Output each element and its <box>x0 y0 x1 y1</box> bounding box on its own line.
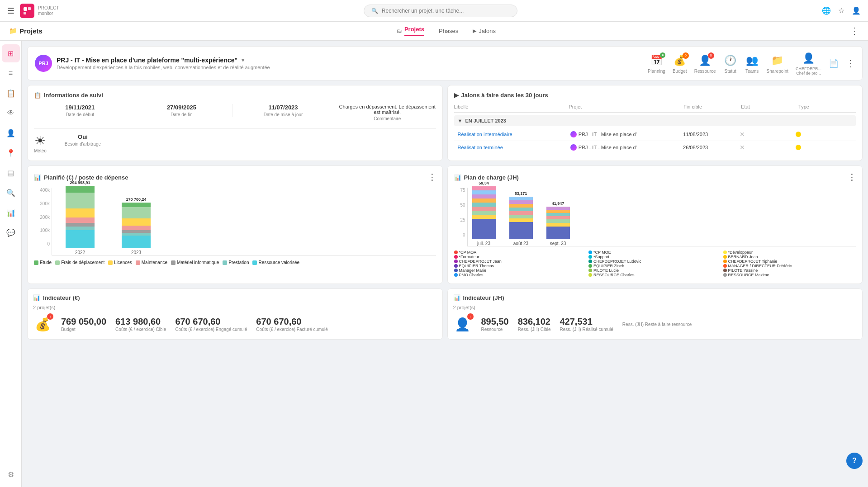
seg-frais-2022 <box>66 193 95 208</box>
card-indicateur-euro: 📊 Indicateur (€) 2 projet(s) 💰 ! 769 050… <box>27 288 443 340</box>
bar-2023: 170 700,24 2023 <box>122 197 151 255</box>
indicateur-euro-title: 📊 Indicateur (€) <box>33 294 437 301</box>
plan-seg-7-aug <box>509 200 533 204</box>
info-date-fin: 27/09/2025 Date de fin <box>136 104 233 117</box>
plan-seg-1-sep <box>546 227 570 239</box>
more-options-icon[interactable]: ⋮ <box>850 25 859 36</box>
kebab-menu-icon[interactable]: ⋮ <box>846 58 855 69</box>
sharepoint-label: Sharepoint <box>767 69 788 74</box>
search-icon: 🔍 <box>371 8 378 14</box>
tab-projets[interactable]: 🗂 Projets <box>390 22 431 41</box>
legend-materiel-dot <box>171 260 175 265</box>
sidebar-item-view[interactable]: 👁 <box>2 104 20 122</box>
plan-seg-9-jul <box>472 186 496 190</box>
sidebar-item-settings[interactable]: ⚙ <box>2 465 20 483</box>
star-icon[interactable]: ☆ <box>838 6 844 15</box>
jalon-fin-2: 26/08/2023 <box>683 145 740 150</box>
plan-charge-more-icon[interactable]: ⋮ <box>848 172 856 182</box>
budget-label: Budget <box>673 69 687 74</box>
sidebar-item-pin[interactable]: 📍 <box>2 144 20 162</box>
col-libelle: Libellé <box>454 104 569 109</box>
indicateur-euro-icon: 📊 <box>33 294 40 301</box>
jalon-etat-1[interactable]: ✕ <box>740 131 796 138</box>
plan-bar-sep-label: sept. 23 <box>550 241 566 246</box>
ress-val-group: 895,50 Ressource <box>481 317 509 332</box>
planifie-more-icon[interactable]: ⋮ <box>428 172 436 182</box>
card-info-suivi: 📋 Informations de suivi 19/11/2021 Date … <box>27 85 443 161</box>
indicateur-euro-values: 💰 ! 769 050,00 Budget 613 980,60 Coûts (… <box>33 315 437 334</box>
ress-cible-value: 836,102 <box>518 317 551 327</box>
legend-equipier-dot <box>454 264 458 268</box>
jalon-libelle-1[interactable]: Réalisation intermédiaire <box>458 132 570 137</box>
hamburger-menu[interactable]: ☰ <box>7 6 14 16</box>
planifie-y-axis: 400k 300k 200k 100k 0 <box>34 188 50 255</box>
jalons-icon: ▶ <box>454 92 459 99</box>
plan-seg-4-aug <box>509 211 533 215</box>
action-teams[interactable]: 👥 Teams <box>745 53 759 74</box>
plan-bar-jul: 59,34 <box>472 181 496 246</box>
plan-seg-2-aug <box>509 218 533 222</box>
seg-licences-2023 <box>122 218 151 226</box>
card-jalons: ▶ Jalons à faire dans les 30 jours Libel… <box>447 85 863 161</box>
plan-seg-5-jul <box>472 203 496 207</box>
col-fin-cible: Fin cible <box>683 104 741 109</box>
plan-y-50: 50 <box>460 203 465 208</box>
project-dropdown-arrow[interactable]: ▼ <box>240 57 246 63</box>
y-200k: 200k <box>40 215 50 220</box>
action-statut[interactable]: 🕐 Statut <box>723 53 738 74</box>
budget-indicator-badge: ! <box>47 313 53 320</box>
plan-bar-aug-stack <box>509 197 533 239</box>
chevron-down-icon[interactable]: ▼ <box>458 118 463 123</box>
action-ressource[interactable]: 👤 0 Ressource <box>694 53 716 74</box>
sidebar-item-list[interactable]: ≡ <box>2 64 20 82</box>
bar-2022-stack <box>66 186 95 248</box>
ressource-label: Ressource <box>694 69 716 74</box>
globe-icon[interactable]: 🌐 <box>822 6 831 15</box>
jalon-etat-2[interactable]: ✕ <box>740 144 796 151</box>
date-debut-value: 19/11/2021 <box>34 104 126 111</box>
date-debut-label: Date de début <box>34 112 126 117</box>
action-budget[interactable]: 💰 0 Budget <box>673 53 687 74</box>
plan-bars: 59,34 <box>467 188 856 246</box>
planning-icon-wrapper: 📅 ● <box>649 53 664 68</box>
action-planning[interactable]: 📅 ● Planning <box>648 53 665 74</box>
sidebar-item-chat[interactable]: 💬 <box>2 223 20 241</box>
sidebar-item-chart[interactable]: 📊 <box>2 203 20 222</box>
col-projet: Projet <box>569 104 683 109</box>
jalon-type-1 <box>796 132 801 137</box>
card-indicateur-jh: 📊 Indicateur (JH) 2 projet(s) 👤 ! 895,50… <box>447 288 863 340</box>
jalon-libelle-2[interactable]: Réalisation terminée <box>458 145 570 150</box>
sidebar-item-dashboard[interactable]: ⊞ <box>2 44 20 62</box>
logo-icon <box>20 4 34 18</box>
bar-2022: 294 998,91 2022 <box>66 180 95 255</box>
tab-phases[interactable]: Phases <box>432 24 465 38</box>
tab-jalons[interactable]: ▶ Jalons <box>466 24 502 38</box>
legend-cp-moe: *CP MOE <box>588 250 721 255</box>
couts-engage-label: Coûts (€ / exercice) Engagé cumulé <box>175 327 247 332</box>
ress-cible-group: 836,102 Ress. (JH) Cible <box>518 317 551 332</box>
legend-ressource-maxime-dot <box>723 273 727 277</box>
jalons-title: ▶ Jalons à faire dans les 30 jours <box>454 92 856 99</box>
sidebar-item-grid[interactable]: ▤ <box>2 164 20 182</box>
bar-2023-stack <box>122 203 151 248</box>
legend-maintenance: Maintenance <box>136 260 167 265</box>
action-chef[interactable]: 👤 CHEFDEPR...Chef de pro... <box>796 51 821 76</box>
plan-seg-7-jul <box>472 194 496 199</box>
plan-charge-title: 📊 Plan de charge (JH) ⋮ <box>454 172 856 182</box>
info-bottom: ☀ Météo Oui Besoin d'arbitrage <box>34 128 436 153</box>
legend-ressource-maxime: RESSOURCE Maxime <box>723 273 856 277</box>
legend-chef-jean: CHEFDEPROJET Jean <box>454 259 587 264</box>
sub-navigation: 📁 Projets 🗂 Projets Phases ▶ Jalons ⋮ <box>0 22 868 41</box>
sidebar-item-search[interactable]: 🔍 <box>2 184 20 202</box>
sidebar-item-user[interactable]: 👤 <box>2 124 20 142</box>
legend-pilote-yassine: PILOTE Yassine <box>723 268 856 273</box>
help-button[interactable]: ? <box>846 453 863 469</box>
legend-equipier-zineb-dot <box>588 264 592 268</box>
plan-bar-aug-label: août 23 <box>513 241 528 246</box>
search-box[interactable]: 🔍 <box>364 5 517 17</box>
search-input[interactable] <box>382 8 499 14</box>
sidebar-item-tasks[interactable]: 📋 <box>2 84 20 102</box>
action-sharepoint[interactable]: 📁 Sharepoint <box>767 53 788 74</box>
doc-icon[interactable]: 📄 <box>829 58 839 68</box>
user-icon[interactable]: 👤 <box>852 6 861 15</box>
